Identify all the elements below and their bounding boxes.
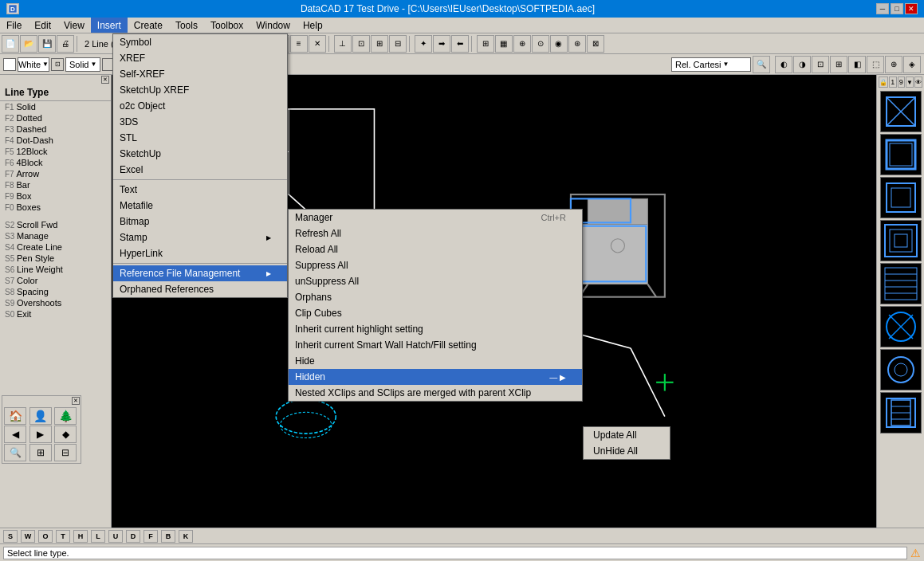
- sb-l[interactable]: L: [91, 530, 105, 543]
- tb-21[interactable]: ◉: [550, 35, 568, 53]
- fp1-i6[interactable]: ◆: [54, 426, 77, 443]
- render7[interactable]: ⊕: [885, 56, 902, 73]
- rp-thumb5[interactable]: [880, 263, 922, 304]
- menu-toolbox[interactable]: Toolbox: [204, 18, 250, 33]
- insert-sketchup-xref[interactable]: SketchUp XREF: [113, 82, 287, 98]
- fp1-i4[interactable]: ◀: [4, 426, 26, 443]
- rp-thumb8[interactable]: [880, 392, 922, 434]
- close-button[interactable]: ✕: [905, 3, 918, 14]
- rp-thumb3[interactable]: [880, 177, 922, 218]
- lp-boxes[interactable]: F0 Boxes: [0, 202, 111, 213]
- render1[interactable]: ◐: [775, 56, 792, 73]
- maximize-button[interactable]: □: [891, 3, 903, 14]
- rfm-hidden[interactable]: Hidden — ▶: [289, 369, 582, 385]
- fp1-i3[interactable]: 🌲: [54, 407, 77, 425]
- rfm-hide[interactable]: Hide: [289, 353, 582, 369]
- menu-tools[interactable]: Tools: [169, 18, 204, 33]
- insert-hyperlink[interactable]: HyperLink: [113, 245, 287, 261]
- menu-edit[interactable]: Edit: [28, 18, 57, 33]
- print-btn[interactable]: 🖨: [57, 35, 74, 53]
- lp-4block[interactable]: F6 4Block: [0, 157, 111, 168]
- menu-insert[interactable]: Insert: [91, 18, 128, 33]
- insert-ref-file-mgmt[interactable]: Reference File Management ▶: [113, 265, 287, 281]
- insert-symbol[interactable]: Symbol: [113, 34, 287, 50]
- rp-thumb1[interactable]: [880, 91, 922, 132]
- menu-help[interactable]: Help: [297, 18, 329, 33]
- tb-16[interactable]: ⬅: [451, 35, 469, 53]
- line-type-selector[interactable]: Solid ▼: [65, 57, 100, 72]
- tb-20[interactable]: ⊙: [532, 35, 549, 53]
- lp-color[interactable]: S7 Color: [0, 275, 111, 286]
- tb-17[interactable]: ⊞: [477, 35, 494, 53]
- rp-thumb4[interactable]: [880, 220, 922, 261]
- render8[interactable]: ◈: [903, 56, 921, 73]
- lp-dashed[interactable]: F3 Dashed: [0, 124, 111, 135]
- fp1-i1[interactable]: 🏠: [4, 407, 26, 425]
- tb-23[interactable]: ⊠: [587, 35, 604, 53]
- minimize-button[interactable]: ─: [876, 3, 889, 14]
- tb-18[interactable]: ▦: [495, 35, 513, 53]
- tb-22[interactable]: ⊛: [568, 35, 586, 53]
- insert-text[interactable]: Text: [113, 182, 287, 198]
- rp-thumb7[interactable]: [880, 349, 922, 390]
- insert-xref[interactable]: XREF: [113, 50, 287, 66]
- sb-b[interactable]: B: [161, 530, 175, 543]
- fp1-i8[interactable]: ⊞: [29, 444, 52, 461]
- menu-create[interactable]: Create: [128, 18, 169, 33]
- lp-manage[interactable]: S3 Manage: [0, 230, 111, 241]
- lp-dotdash[interactable]: F4 Dot-Dash: [0, 135, 111, 146]
- rfm-nested[interactable]: Nested XClips and SClips are merged with…: [289, 385, 582, 401]
- menu-window[interactable]: Window: [250, 18, 297, 33]
- rp-thumb6[interactable]: [880, 306, 922, 347]
- fp1-i2[interactable]: 👤: [29, 407, 52, 425]
- rfm-refresh-all[interactable]: Refresh All: [289, 226, 582, 241]
- tb-15[interactable]: ➡: [433, 35, 450, 53]
- rfm-unsupress-all[interactable]: unSuppress All: [289, 273, 582, 289]
- lock-icon[interactable]: 🔒: [879, 76, 888, 88]
- hs-update-all[interactable]: Update All: [584, 427, 670, 443]
- lp-spacing[interactable]: S8 Spacing: [0, 286, 111, 297]
- rfm-inherit-highlight[interactable]: Inherit current highlight setting: [289, 321, 582, 337]
- panel-close[interactable]: ✕: [101, 76, 109, 84]
- lp-dotted[interactable]: F2 Dotted: [0, 112, 111, 124]
- fp1-close[interactable]: ✕: [72, 397, 80, 405]
- new-btn[interactable]: 📄: [2, 35, 19, 53]
- lp-lineweight[interactable]: S6 Line Weight: [0, 264, 111, 275]
- lp-overshoots[interactable]: S9 Overshoots: [0, 297, 111, 308]
- eye-icon[interactable]: 👁: [914, 76, 922, 88]
- menu-file[interactable]: File: [0, 18, 28, 33]
- render5[interactable]: ◧: [848, 56, 866, 73]
- sb-h[interactable]: H: [73, 530, 88, 543]
- color-selector[interactable]: White ▼: [18, 57, 49, 72]
- insert-3ds[interactable]: 3DS: [113, 114, 287, 130]
- rfm-reload-all[interactable]: Reload All: [289, 241, 582, 257]
- rfm-suppress-all[interactable]: Suppress All: [289, 257, 582, 273]
- render2[interactable]: ◑: [793, 56, 811, 73]
- insert-o2c[interactable]: o2c Object: [113, 98, 287, 114]
- open-btn[interactable]: 📂: [20, 35, 37, 53]
- sb-o[interactable]: O: [38, 530, 53, 543]
- sb-d[interactable]: D: [126, 530, 140, 543]
- sb-w[interactable]: W: [21, 530, 35, 543]
- lp-scrollfwd[interactable]: S2 Scroll Fwd: [0, 219, 111, 230]
- lp-bar[interactable]: F8 Bar: [0, 179, 111, 190]
- menu-view[interactable]: View: [57, 18, 91, 33]
- tb-19[interactable]: ⊕: [513, 35, 531, 53]
- tb-12[interactable]: ⊞: [371, 35, 388, 53]
- rp-thumb2[interactable]: [880, 134, 922, 175]
- rfm-manager[interactable]: Manager Ctrl+R: [289, 210, 582, 226]
- tb-10[interactable]: ⊥: [334, 35, 352, 53]
- hs-unhide-all[interactable]: UnHide All: [584, 443, 670, 459]
- tb-13[interactable]: ⊟: [389, 35, 407, 53]
- tb-11[interactable]: ⊡: [352, 35, 370, 53]
- lp-12block[interactable]: F5 12Block: [0, 146, 111, 157]
- render6[interactable]: ⬚: [867, 56, 884, 73]
- rfm-orphans[interactable]: Orphans: [289, 289, 582, 305]
- save-btn[interactable]: 💾: [38, 35, 56, 53]
- fp1-i5[interactable]: ▶: [29, 426, 52, 443]
- lp-box[interactable]: F9 Box: [0, 190, 111, 202]
- insert-self-xref[interactable]: Self-XREF: [113, 66, 287, 82]
- sb-t[interactable]: T: [56, 530, 70, 543]
- coord-system-selector[interactable]: Rel. Cartesi ▼: [671, 57, 751, 72]
- rfm-clip-cubes[interactable]: Clip Cubes: [289, 305, 582, 321]
